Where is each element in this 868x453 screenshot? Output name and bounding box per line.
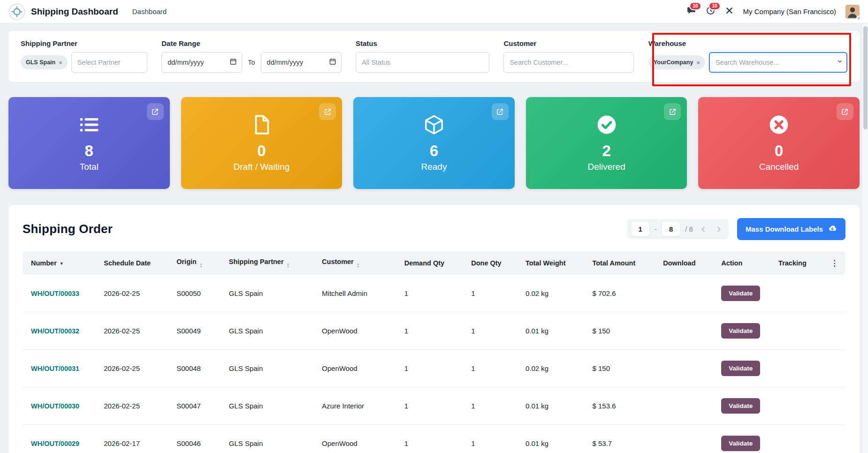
download-cell <box>659 275 717 312</box>
total-weight-cell: 0.02 kg <box>522 275 589 312</box>
demand-qty-cell: 1 <box>401 312 468 350</box>
filter-label: Status <box>356 39 489 47</box>
external-link-icon[interactable] <box>147 103 164 120</box>
total-amount-cell: $ 53.7 <box>588 425 659 453</box>
scrollbar-thumb[interactable] <box>863 26 868 129</box>
origin-cell: S00046 <box>173 425 225 453</box>
action-cell: Validate <box>717 387 775 425</box>
demand-qty-cell: 1 <box>401 425 468 453</box>
sort-icon: ▲▼ <box>287 263 290 268</box>
pagination-total: / 8 <box>685 225 693 233</box>
warehouse-search-input[interactable] <box>709 52 847 73</box>
order-number-link[interactable]: WH/OUT/00030 <box>31 402 79 410</box>
external-link-icon[interactable] <box>837 103 853 120</box>
pagination-start[interactable]: 1 <box>632 222 649 236</box>
date-to-input[interactable]: dd/mm/yyyy <box>261 52 342 73</box>
col-download: Download <box>659 251 717 275</box>
page-title: Shipping Dashboard <box>31 7 118 17</box>
external-link-icon[interactable] <box>319 103 336 120</box>
stat-label: Total <box>80 162 99 172</box>
status-input[interactable] <box>356 52 489 73</box>
col-total-weight: Total Weight <box>522 251 589 275</box>
validate-button[interactable]: Validate <box>721 361 760 376</box>
pagination-end[interactable]: 8 <box>662 222 680 236</box>
row-options-cell <box>821 312 845 350</box>
stat-label: Draft / Waiting <box>234 162 290 172</box>
external-link-icon[interactable] <box>492 103 509 120</box>
demand-qty-cell: 1 <box>401 275 468 312</box>
order-number-link[interactable]: WH/OUT/00032 <box>31 327 79 335</box>
stat-card-total[interactable]: 8 Total <box>8 97 170 189</box>
x-circle-icon <box>768 114 790 137</box>
stat-card-cancelled[interactable]: 0 Cancelled <box>698 97 860 189</box>
cloud-download-icon <box>828 224 837 234</box>
col-demand-qty: Demand Qty <box>401 251 468 275</box>
orders-table: Number▼ Schedule Date Origin▲▼ Shipping … <box>23 251 845 453</box>
remove-tag-icon[interactable]: × <box>59 60 62 66</box>
stat-card-draft-waiting[interactable]: 0 Draft / Waiting <box>181 97 343 189</box>
order-number-link[interactable]: WH/OUT/00029 <box>31 440 79 447</box>
package-icon <box>423 114 445 137</box>
col-done-qty: Done Qty <box>467 251 522 275</box>
shipping-partner-cell: GLS Spain <box>225 312 318 350</box>
mass-download-labels-button[interactable]: Mass Download Labels <box>737 218 845 240</box>
date-from-input[interactable]: dd/mm/yyyy <box>161 52 242 73</box>
download-cell <box>659 350 717 387</box>
stat-value: 6 <box>430 142 438 160</box>
stat-card-ready[interactable]: 6 Ready <box>353 97 515 189</box>
schedule-date-cell: 2026-02-17 <box>100 425 173 453</box>
table-row: WH/OUT/000332026-02-25S00050GLS SpainMit… <box>23 275 845 312</box>
order-number-cell: WH/OUT/00029 <box>23 425 100 453</box>
stats-row: 8 Total 0 Draft / Waiting <box>8 97 860 189</box>
order-number-link[interactable]: WH/OUT/00031 <box>31 365 79 372</box>
customer-cell: Mitchell Admin <box>318 275 401 312</box>
table-row: WH/OUT/000292026-02-17S00046GLS SpainOpe… <box>23 425 845 453</box>
remove-tag-icon[interactable]: × <box>696 60 700 66</box>
top-navbar: Shipping Dashboard Dashboard 10 10 My Co… <box>0 0 868 23</box>
app-logo-icon[interactable] <box>8 3 25 20</box>
filter-status: Status <box>356 39 489 73</box>
activities-button[interactable]: 10 <box>706 6 716 17</box>
developer-tools-icon[interactable] <box>725 6 734 17</box>
validate-button[interactable]: Validate <box>721 286 760 301</box>
order-number-link[interactable]: WH/OUT/00033 <box>31 290 79 297</box>
tracking-cell <box>775 350 821 387</box>
validate-button[interactable]: Validate <box>721 436 760 451</box>
stat-card-delivered[interactable]: 2 Delivered <box>526 97 687 189</box>
schedule-date-cell: 2026-02-25 <box>100 275 173 312</box>
order-number-cell: WH/OUT/00032 <box>23 312 100 350</box>
chevron-right-icon[interactable] <box>714 225 724 234</box>
download-cell <box>659 425 717 453</box>
filter-label: Warehouse <box>648 39 847 47</box>
customer-cell: OpenWood <box>318 312 401 350</box>
order-number-cell: WH/OUT/00033 <box>23 275 100 312</box>
col-shipping-partner[interactable]: Shipping Partner▲▼ <box>225 251 318 275</box>
row-options-cell <box>821 350 845 387</box>
action-cell: Validate <box>717 312 775 350</box>
section-title: Shipping Order <box>23 222 113 236</box>
menu-item-dashboard[interactable]: Dashboard <box>132 8 167 15</box>
company-name[interactable]: My Company (San Francisco) <box>743 8 836 15</box>
external-link-icon[interactable] <box>664 103 681 120</box>
schedule-date-cell: 2026-02-25 <box>100 350 173 387</box>
filter-label: Shipping Partner <box>21 39 147 47</box>
validate-button[interactable]: Validate <box>721 323 760 339</box>
stat-value: 0 <box>775 142 783 160</box>
col-number[interactable]: Number▼ <box>23 251 100 275</box>
presence-indicator <box>856 15 861 21</box>
col-origin[interactable]: Origin▲▼ <box>173 251 225 275</box>
column-options-button[interactable]: ⋮ <box>821 251 845 275</box>
schedule-date-cell: 2026-02-25 <box>100 387 173 425</box>
col-customer[interactable]: Customer▲▼ <box>318 251 401 275</box>
total-weight-cell: 0.01 kg <box>522 425 589 453</box>
shipping-partner-input[interactable] <box>71 52 147 73</box>
shipping-partner-cell: GLS Spain <box>225 350 318 387</box>
chevron-left-icon[interactable] <box>698 225 708 234</box>
user-avatar[interactable] <box>845 5 860 19</box>
validate-button[interactable]: Validate <box>721 398 760 414</box>
messages-button[interactable]: 10 <box>686 6 696 17</box>
table-row: WH/OUT/000322026-02-25S00049GLS SpainOpe… <box>23 312 845 350</box>
customer-search-input[interactable] <box>503 52 634 73</box>
filter-customer: Customer <box>503 39 634 73</box>
date-to-label: To <box>248 59 255 66</box>
